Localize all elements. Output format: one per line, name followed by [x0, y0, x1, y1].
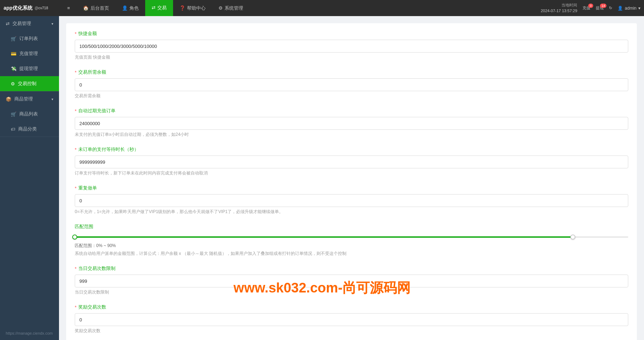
- time-value: 2024-07-17 13:57:29: [541, 8, 577, 14]
- sidebar-withdraw-label: 提现管理: [19, 65, 38, 72]
- nav-items: ≡ 🏠 后台首页 👤 角色 ⇄ 交易 ❓ 帮助中心 ⚙ 系统管理: [61, 0, 541, 16]
- repeat-order-label: * 重复做单: [75, 185, 628, 191]
- user-menu[interactable]: 👤 admin ▾: [618, 6, 640, 11]
- form-section-daily-limit: * 当日交易次数限制 当日交易次数限制: [75, 265, 628, 295]
- trade-balance-label-text: 交易所需余额: [78, 69, 106, 75]
- sidebar-item-recharge[interactable]: 💳 充值管理: [0, 46, 59, 61]
- product-list-icon: 🛒: [11, 112, 16, 117]
- repeat-order-input[interactable]: [75, 194, 628, 207]
- quick-amount-input[interactable]: [75, 40, 628, 53]
- slider-thumb-right[interactable]: [570, 235, 575, 240]
- required-star-4: *: [75, 147, 77, 152]
- help-icon: ❓: [180, 5, 185, 11]
- chevron-down-icon: ▾: [51, 22, 53, 26]
- unpaid-wait-label-text: 未订单的支付等待时长（秒）: [78, 146, 139, 153]
- nav-trade[interactable]: ⇄ 交易: [145, 0, 173, 16]
- form-section-trade-balance: * 交易所需余额 交易所需余额: [75, 69, 628, 99]
- sidebar-trade-label: 交易管理: [13, 20, 31, 27]
- sidebar-trade-management[interactable]: ⇄ 交易管理 ▾: [0, 16, 59, 31]
- required-star-7: *: [75, 305, 77, 310]
- sidebar-item-order-list[interactable]: 🛒 订单列表: [0, 31, 59, 46]
- withdraw-nav-icon: 💸: [11, 66, 16, 72]
- sidebar-product-management[interactable]: 📦 商品管理 ▾: [0, 92, 59, 107]
- trade-icon: ⇄: [152, 5, 156, 10]
- exchange-icon: ⇄: [6, 21, 10, 26]
- slider-thumb-left[interactable]: [72, 235, 77, 240]
- sidebar-order-label: 订单列表: [19, 35, 38, 42]
- reward-trade-label: * 奖励交易次数: [75, 304, 628, 310]
- user-name: admin: [625, 6, 636, 11]
- sidebar-section-trade: ⇄ 交易管理 ▾ 🛒 订单列表 💳 充值管理 💸 提现管理 ⚙: [0, 16, 59, 92]
- sidebar-item-withdraw[interactable]: 💸 提现管理: [0, 61, 59, 76]
- withdraw-badge: 14: [600, 4, 606, 8]
- chevron-down-product-icon: ▾: [51, 97, 53, 101]
- app-version: @cv718: [35, 6, 48, 10]
- form-section-auto-expire: * 自动过期充值订单 未支付的充值订单x小时后自动过期，必须为整数，如24小时: [75, 108, 628, 138]
- match-range-label: 匹配范围: [75, 223, 628, 230]
- daily-limit-hint: 当日交易次数限制: [75, 289, 628, 295]
- sidebar-product-label: 商品管理: [14, 96, 33, 102]
- sidebar-item-product-cat[interactable]: 🏷 商品分类: [0, 122, 59, 137]
- nav-trade-label: 交易: [157, 5, 167, 11]
- refresh-icon: ↻: [609, 6, 612, 10]
- unpaid-wait-label: * 未订单的支付等待时长（秒）: [75, 146, 628, 153]
- sidebar-product-cat-label: 商品分类: [18, 126, 37, 132]
- sidebar: ⇄ 交易管理 ▾ 🛒 订单列表 💳 充值管理 💸 提现管理 ⚙: [0, 16, 59, 340]
- nav-system-label: 系统管理: [225, 5, 243, 11]
- auto-expire-input[interactable]: [75, 117, 628, 130]
- unpaid-wait-input[interactable]: [75, 156, 628, 168]
- sidebar-recharge-label: 充值管理: [19, 50, 38, 57]
- time-label: 当地时间: [541, 3, 577, 8]
- reward-trade-input[interactable]: [75, 313, 628, 326]
- nav-help[interactable]: ❓ 帮助中心: [173, 0, 212, 16]
- quick-amount-hint: 充值页面 快捷金额: [75, 54, 628, 60]
- user-icon: 👤: [618, 6, 623, 11]
- product-icon: 📦: [6, 97, 11, 102]
- slider-container: [75, 233, 628, 241]
- form-section-repeat-order: * 重复做单 0=不允许，1=允许，如果昨天用户做了VIP1级别的单，那么他今天…: [75, 185, 628, 215]
- slider-fill: [75, 236, 573, 238]
- required-star: *: [75, 31, 77, 36]
- role-icon: 👤: [122, 5, 128, 11]
- sidebar-product-list-label: 商品列表: [19, 111, 38, 117]
- main-content: * 快捷金额 充值页面 快捷金额 * 交易所需余额 交易所需余额 * 自动过期充…: [59, 16, 644, 340]
- required-star-2: *: [75, 70, 77, 75]
- auto-expire-label-text: 自动过期充值订单: [78, 108, 115, 114]
- match-range-display: 匹配范围：0% ~ 90%: [75, 243, 628, 249]
- time-display: 当地时间 2024-07-17 13:57:29: [541, 3, 577, 14]
- sidebar-item-trade-ctrl[interactable]: ⚙ 交易控制: [0, 76, 59, 91]
- nav-menu-toggle[interactable]: ≡: [61, 0, 77, 16]
- refresh-button[interactable]: ↻: [609, 6, 612, 10]
- daily-limit-input[interactable]: [75, 275, 628, 287]
- sidebar-item-product-list[interactable]: 🛒 商品列表: [0, 107, 59, 122]
- required-star-3: *: [75, 108, 77, 114]
- trade-balance-label: * 交易所需余额: [75, 69, 628, 75]
- nav-home-label: 后台首页: [90, 5, 109, 11]
- repeat-order-label-text: 重复做单: [78, 185, 97, 191]
- form-section-reward-trade: * 奖励交易次数 奖励交易次数: [75, 304, 628, 334]
- nav-home[interactable]: 🏠 后台首页: [77, 0, 115, 16]
- app-logo: app优化系统 @cv718: [4, 5, 61, 11]
- slider-track: [75, 236, 628, 238]
- menu-icon: ≡: [67, 5, 70, 11]
- auto-expire-label: * 自动过期充值订单: [75, 108, 628, 114]
- withdraw-button[interactable]: 提现 14: [596, 5, 604, 11]
- nav-role-label: 角色: [129, 5, 139, 11]
- nav-help-label: 帮助中心: [187, 5, 206, 11]
- nav-system[interactable]: ⚙ 系统管理: [212, 0, 250, 16]
- form-section-quick-amount: * 快捷金额 充值页面 快捷金额: [75, 30, 628, 60]
- recharge-badge: 0: [588, 4, 593, 8]
- footer-url: https://manage.ciendx.com: [6, 331, 53, 335]
- sidebar-section-product: 📦 商品管理 ▾ 🛒 商品列表 🏷 商品分类: [0, 92, 59, 137]
- app-title: app优化系统: [4, 5, 33, 11]
- recharge-button[interactable]: 充值 0: [582, 5, 590, 11]
- nav-role[interactable]: 👤 角色: [115, 0, 145, 16]
- recharge-nav-icon: 💳: [11, 51, 16, 56]
- match-range-hint: 系统自动给用户派单的金额范围，计算公式：用户余额 x （最小～最大 随机值），如…: [75, 251, 628, 257]
- top-right-area: 当地时间 2024-07-17 13:57:29 充值 0 提现 14 ↻ 👤 …: [541, 3, 640, 14]
- auto-expire-hint: 未支付的充值订单x小时后自动过期，必须为整数，如24小时: [75, 132, 628, 138]
- quick-amount-label-text: 快捷金额: [78, 30, 97, 37]
- form-card: * 快捷金额 充值页面 快捷金额 * 交易所需余额 交易所需余额 * 自动过期充…: [66, 23, 637, 340]
- trade-balance-input[interactable]: [75, 78, 628, 91]
- repeat-order-hint: 0=不允许，1=允许，如果昨天用户做了VIP1级别的单，那么他今天就做不了VIP…: [75, 209, 628, 215]
